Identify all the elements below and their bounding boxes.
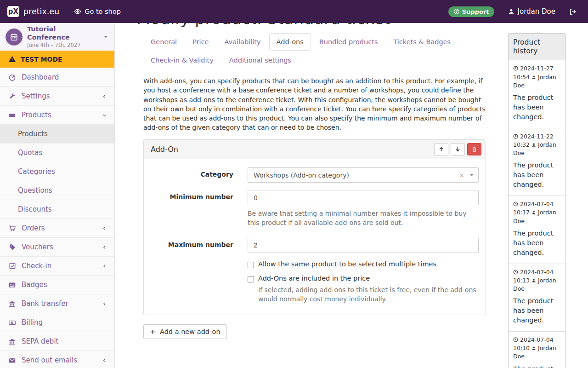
tab-additional-settings[interactable]: Additional settings [222,52,299,69]
included-price-checkbox[interactable] [248,276,254,282]
sidebar-item-checkin[interactable]: Check-in [0,256,114,275]
dashboard-icon [8,74,16,81]
tags-icon [8,243,16,251]
addon-panel: Add-On Categor [143,139,486,315]
caret-down-icon [103,34,108,39]
clock-icon [513,201,518,207]
tab-checkin-validity[interactable]: Check-in & Validity [143,52,221,69]
sidebar: Tutorial Conference June 4th – 7th, 2027… [0,23,115,368]
included-price-help: If selected, adding add-ons to this tick… [258,285,479,304]
multiple-times-checkbox-label: Allow the same product to be selected mu… [248,260,436,268]
history-entry: 2024-07-04 10:13 Jordan Doe The product … [509,264,565,331]
minimum-number-input[interactable] [248,190,479,205]
included-price-checkbox-label: Add-Ons are included in the price [248,275,479,282]
tab-tickets-badges[interactable]: Tickets & Badges [386,33,458,51]
category-select[interactable]: Workshops (Add-on category) × [248,167,479,183]
tab-general[interactable]: General [143,33,184,51]
user-icon [531,141,536,148]
clock-icon [513,133,518,140]
sidebar-item-badges[interactable]: Badges [0,275,114,294]
sidebar-item-bank-transfer[interactable]: Bank transfer [0,294,114,313]
tab-add-ons[interactable]: Add-ons [269,33,311,51]
chevron-left-icon [102,358,107,363]
minimum-number-label: Minimum number [151,190,233,228]
sidebar-item-vouchers[interactable]: Vouchers [0,237,114,256]
sidebar-subitem-products[interactable]: Products [0,124,114,143]
brand-name: pretix.eu [23,7,59,16]
addon-panel-header: Add-On [144,140,486,159]
pretix-logo-icon: pX [7,6,19,17]
sidebar-item-send-emails[interactable]: Send out emails [0,351,114,368]
eye-icon [74,8,81,15]
maximum-number-label: Maximum number [151,238,233,253]
minimum-number-help: Be aware that setting a minimal number m… [248,209,479,228]
calendar-icon [6,29,23,46]
sidebar-subitem-quotas[interactable]: Quotas [0,143,114,162]
sidebar-subitem-discounts[interactable]: Discounts [0,200,114,218]
tab-bundled-products[interactable]: Bundled products [312,33,385,51]
sidebar-subitem-questions[interactable]: Questions [0,181,114,200]
user-icon [508,8,514,15]
chevron-left-icon [102,94,107,99]
bank-icon [8,338,16,345]
category-label: Category [151,167,233,183]
product-history-panel: Product history 2024-11-27 10:54 Jordan … [508,33,566,368]
clear-selection-icon[interactable]: × [456,172,467,179]
main-content: Modify product: Standard ticket General … [115,9,588,368]
user-menu[interactable]: Jordan Doe [508,7,555,16]
logout-icon[interactable] [569,8,577,16]
brand-link[interactable]: pX pretix.eu [7,6,59,17]
event-selector[interactable]: Tutorial Conference June 4th – 7th, 2027 [0,23,114,51]
clock-icon [513,269,518,276]
sidebar-item-billing[interactable]: Billing [0,313,114,332]
select-caret-icon [470,174,474,176]
event-name: Tutorial Conference [27,25,99,41]
category-selected-value: Workshops (Add-on category) [254,172,456,179]
chevron-left-icon [102,301,107,306]
envelope-icon [8,356,16,364]
top-navbar: pX pretix.eu Go to shop Support Jo [0,0,588,23]
addon-panel-title: Add-On [151,145,178,154]
sidebar-item-dashboard[interactable]: Dashboard [0,68,114,86]
user-icon [531,345,536,351]
history-entry: 2024-07-04 10:10 Jordan Doe The product … [509,331,565,368]
sidebar-subitem-categories[interactable]: Categories [0,162,114,181]
test-mode-banner: TEST MODE [0,51,114,68]
bank-icon [8,300,16,308]
chevron-left-icon [102,226,107,231]
warning-icon [8,55,16,63]
move-up-button[interactable] [434,143,448,155]
sidebar-item-sepa-debit[interactable]: SEPA debit [0,332,114,351]
chevron-left-icon [102,264,107,269]
history-entry: 2024-11-27 10:54 Jordan Doe The product … [509,60,565,127]
support-button[interactable]: Support [448,6,494,17]
user-icon [531,74,536,80]
history-entry: 2024-07-04 10:17 Jordan Doe The product … [509,196,565,263]
check-square-icon [8,262,16,270]
user-icon [531,209,536,216]
tab-price[interactable]: Price [185,33,216,51]
sidebar-item-orders[interactable]: Orders [0,218,114,237]
id-card-icon [8,281,16,289]
maximum-number-input[interactable] [248,238,479,253]
plus-icon [150,329,156,335]
wrench-icon [8,92,16,100]
delete-addon-button[interactable] [467,143,481,155]
add-new-addon-button[interactable]: Add a new add-on [143,324,227,339]
go-to-shop-link[interactable]: Go to shop [74,8,121,15]
money-bill-icon [8,319,16,327]
history-entry: 2024-11-22 10:32 Jordan Doe The product … [509,128,565,196]
addons-intro-text: With add-ons, you can specify products t… [143,76,486,132]
ticket-icon [8,111,16,119]
clock-icon [513,336,518,343]
multiple-times-checkbox[interactable] [248,262,254,268]
question-circle-icon [453,8,460,15]
event-dates: June 4th – 7th, 2027 [27,42,99,48]
chevron-down-icon [102,113,107,118]
tab-availability[interactable]: Availability [217,33,268,51]
move-down-button[interactable] [451,143,465,155]
tab-bar: General Price Availability Add-ons Bundl… [143,33,486,70]
user-icon [531,277,536,284]
sidebar-item-settings[interactable]: Settings [0,86,114,105]
sidebar-item-products[interactable]: Products [0,105,114,124]
